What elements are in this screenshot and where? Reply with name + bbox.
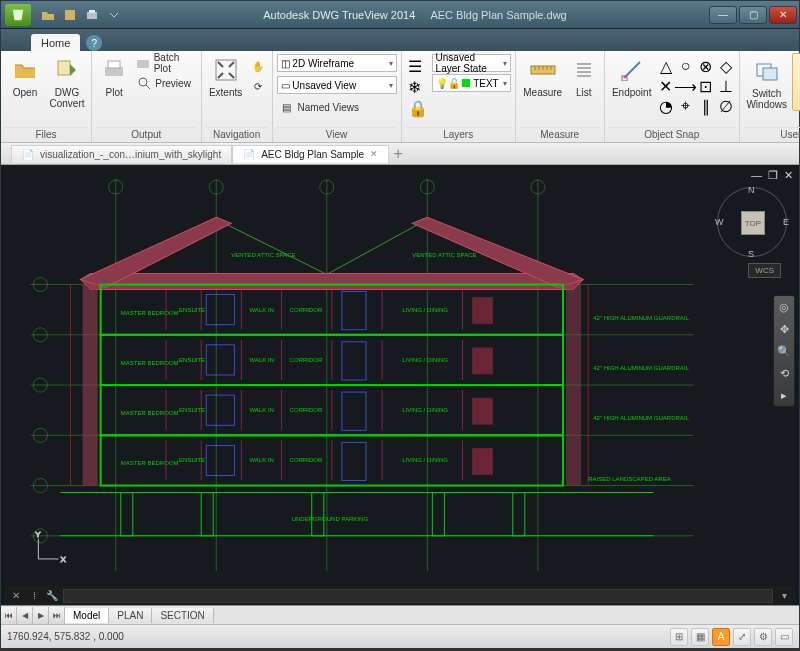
add-tab-button[interactable]: + — [389, 145, 407, 163]
viewport-close-icon[interactable]: ✕ — [784, 169, 793, 182]
svg-text:VENTED ATTIC SPACE: VENTED ATTIC SPACE — [231, 252, 295, 258]
doc-tab-active[interactable]: 📄AEC Bldg Plan Sample✕ — [232, 145, 389, 163]
pan-button[interactable]: ✋ — [248, 56, 268, 76]
chevron-down-icon: ▾ — [385, 59, 393, 68]
osnap-quadrant-icon[interactable]: ◇ — [717, 57, 735, 75]
minimize-button[interactable]: — — [709, 6, 737, 24]
qat-dropdown-icon[interactable] — [105, 6, 123, 24]
cmd-close-icon[interactable]: ✕ — [9, 589, 23, 603]
tab-home[interactable]: Home — [31, 34, 80, 51]
maximize-button[interactable]: ▢ — [739, 6, 767, 24]
svg-point-7 — [139, 78, 147, 86]
viewport-minimize-icon[interactable]: — — [751, 169, 762, 182]
osnap-insertion-icon[interactable]: ⊡ — [697, 77, 715, 95]
cmd-wrench-icon[interactable]: 🔧 — [45, 589, 59, 603]
visual-style-combo[interactable]: ◫ 2D Wireframe▾ — [277, 54, 397, 72]
wcs-label[interactable]: WCS — [748, 263, 781, 278]
viewcube-w[interactable]: W — [715, 217, 724, 227]
nav-showmotion-icon[interactable]: ▸ — [776, 387, 792, 403]
osnap-center-icon[interactable]: ○ — [677, 57, 695, 75]
list-button[interactable]: List — [568, 53, 600, 98]
svg-text:LIVING / DINING: LIVING / DINING — [402, 407, 448, 413]
endpoint-button[interactable]: Endpoint — [609, 53, 655, 98]
svg-rect-83 — [206, 345, 234, 375]
svg-rect-84 — [206, 395, 234, 425]
osnap-extension-icon[interactable]: ⟶ — [677, 77, 695, 95]
app-menu-button[interactable] — [5, 4, 31, 26]
viewcube-n[interactable]: N — [748, 185, 755, 195]
osnap-node-icon[interactable]: ⊗ — [697, 57, 715, 75]
measure-button[interactable]: Measure — [520, 53, 566, 98]
qat-open-icon[interactable] — [39, 6, 57, 24]
named-views-button[interactable]: ▤Named Views — [277, 97, 362, 117]
layout-tab-model[interactable]: Model — [65, 608, 109, 623]
list-icon — [569, 55, 599, 85]
viewport-restore-icon[interactable]: ❐ — [768, 169, 778, 182]
osnap-tangent-icon[interactable]: ◔ — [657, 97, 675, 115]
orbit-button[interactable]: ⟳ — [248, 76, 268, 96]
qat-plot-icon[interactable] — [83, 6, 101, 24]
saved-view-combo[interactable]: ▭ Unsaved View▾ — [277, 76, 397, 94]
close-button[interactable]: ✕ — [769, 6, 797, 24]
doc-tab-inactive[interactable]: 📄visualization_-_con…inium_with_skylight — [11, 145, 232, 163]
layer-current-combo[interactable]: 💡🔓 TEXT▾ — [432, 74, 511, 92]
nav-zoom-icon[interactable]: 🔍 — [776, 343, 792, 359]
layer-props-icon[interactable]: ☰ — [408, 57, 428, 76]
layout-nav-next[interactable]: ▶ — [33, 607, 49, 624]
svg-rect-81 — [342, 442, 366, 480]
preview-button[interactable]: Preview — [134, 73, 196, 93]
help-button[interactable]: ? — [86, 35, 102, 51]
viewcube-e[interactable]: E — [783, 217, 789, 227]
layout-tab-section[interactable]: SECTION — [152, 608, 213, 623]
osnap-intersection-icon[interactable]: ✕ — [657, 77, 675, 95]
nav-orbit-icon[interactable]: ⟲ — [776, 365, 792, 381]
panel-files: Open DWG Convert Files — [1, 51, 92, 142]
status-clean-button[interactable]: ▭ — [775, 628, 793, 646]
open-button[interactable]: Open — [5, 53, 45, 98]
status-scale-button[interactable]: ⤢ — [733, 628, 751, 646]
svg-text:LIVING / DINING: LIVING / DINING — [402, 307, 448, 313]
viewcube-top[interactable]: TOP — [741, 211, 765, 235]
nav-pan-icon[interactable]: ✥ — [776, 321, 792, 337]
layer-state-combo[interactable]: Unsaved Layer State▾ — [432, 54, 511, 72]
nav-wheel-icon[interactable]: ◎ — [776, 299, 792, 315]
layer-lock-icon[interactable]: 🔒 — [408, 99, 428, 118]
svg-text:MASTER BEDROOM: MASTER BEDROOM — [121, 360, 179, 366]
svg-rect-79 — [342, 342, 366, 380]
layout-tab-plan[interactable]: PLAN — [109, 608, 152, 623]
status-bar: 1760.924, 575.832 , 0.000 ⊞ ▦ A ⤢ ⚙ ▭ — [1, 624, 799, 648]
plot-button[interactable]: Plot — [96, 53, 132, 98]
panel-navigation-title: Navigation — [206, 127, 268, 142]
status-model-button[interactable]: ⊞ — [670, 628, 688, 646]
cmd-handle-icon[interactable]: ⁞ — [27, 589, 41, 603]
drawing-viewport[interactable]: — ❐ ✕ N E S W TOP WCS ◎ ✥ 🔍 ⟲ ▸ — [1, 165, 799, 605]
layout-nav-last[interactable]: ⏭ — [49, 607, 65, 624]
osnap-midpoint-icon[interactable]: △ — [657, 57, 675, 75]
viewcube[interactable]: N E S W TOP — [717, 187, 787, 257]
panel-ui-title: User Interface — [744, 127, 800, 142]
command-input[interactable] — [63, 589, 773, 603]
status-annotation-button[interactable]: A — [712, 628, 730, 646]
status-grid-button[interactable]: ▦ — [691, 628, 709, 646]
status-workspace-button[interactable]: ⚙ — [754, 628, 772, 646]
layout-nav-first[interactable]: ⏮ — [1, 607, 17, 624]
switch-windows-icon — [752, 56, 782, 86]
svg-text:ENSUITE: ENSUITE — [179, 407, 205, 413]
batch-plot-button[interactable]: Batch Plot — [134, 53, 196, 73]
layout-nav-prev[interactable]: ◀ — [17, 607, 33, 624]
osnap-nearest-icon[interactable]: ⌖ — [677, 97, 695, 115]
osnap-perpendicular-icon[interactable]: ⊥ — [717, 77, 735, 95]
layer-freeze-icon[interactable]: ❄ — [408, 78, 428, 97]
qat-convert-icon[interactable] — [61, 6, 79, 24]
switch-windows-button[interactable]: Switch Windows — [744, 53, 790, 111]
dwg-convert-button[interactable]: DWG Convert — [47, 53, 87, 109]
close-tab-icon[interactable]: ✕ — [370, 149, 378, 159]
file-tabs-button[interactable]: File Tabs — [792, 53, 800, 111]
osnap-none-icon[interactable]: ∅ — [717, 97, 735, 115]
cmd-recent-icon[interactable]: ▾ — [777, 589, 791, 603]
title-bar: Autodesk DWG TrueView 2014 AEC Bldg Plan… — [1, 1, 799, 29]
osnap-parallel-icon[interactable]: ∥ — [697, 97, 715, 115]
svg-rect-88 — [121, 493, 133, 536]
viewcube-s[interactable]: S — [748, 249, 754, 259]
extents-button[interactable]: Extents — [206, 53, 246, 98]
